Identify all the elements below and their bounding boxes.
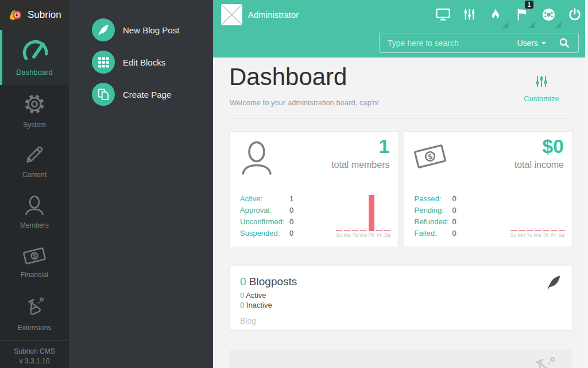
cms-name: Subrion CMS [0,347,69,356]
money-bill-icon: $ [21,246,48,266]
username: Administrator [248,10,299,20]
flask-icon [529,353,559,368]
page-header: Dashboard Welcome to your administration… [213,57,585,118]
stat-cards-row: 1 total members Active:1 Approval:0 Unco… [229,131,572,247]
mini-chart-day-label: Fr [377,232,382,238]
stat-value: 0 [452,218,457,226]
stat-label[interactable]: Pending: [415,206,452,214]
notifications-button[interactable]: 1 [514,0,529,29]
monitor-icon [436,8,450,21]
user-menu[interactable]: Administrator [221,4,299,25]
lifebuoy-icon [541,7,556,22]
page-subtitle: Welcome to your administration board, ca… [230,98,379,107]
sliders-icon [463,8,475,21]
stat-value: 1 [289,195,293,203]
pencil-icon [24,144,45,166]
sidebar-item-label: Content [22,171,47,179]
sidebar-item-extensions[interactable]: Extensions [0,288,69,338]
help-button[interactable] [541,0,556,29]
customize-label: Customize [519,94,564,103]
stat-label[interactable]: Unconfirmed: [240,218,289,226]
blogposts-inactive-line[interactable]: 0 Inactive [240,301,562,309]
stat-label[interactable]: Approval: [240,206,289,214]
mini-chart-dash [559,230,565,231]
cache-button[interactable] [488,0,503,29]
power-icon [568,7,582,21]
sidebar-item-dashboard[interactable]: Dashboard [0,30,69,85]
gear-icon [23,93,46,116]
sliders-icon [535,75,548,88]
topbar-icon-row: 1 [435,0,582,29]
blogposts-active-line[interactable]: 0 Active [240,291,562,300]
members-mini-chart: SuMoTuWeThFrSa [336,195,391,238]
stat-label[interactable]: Failed: [415,229,452,237]
mini-chart-day-label: Sa [384,232,390,238]
total-members-value: 1 [379,135,390,158]
mini-chart-column: Fr [376,195,383,238]
stat-label[interactable]: Refunded: [415,218,452,226]
quick-action-new-blog-post[interactable]: New Blog Post [69,14,213,46]
mini-chart-day-label: Sa [558,232,564,238]
avatar [221,4,242,25]
quick-action-edit-blocks[interactable]: Edit Blocks [69,46,213,78]
subrion-admin-app: Subrion Dashboard S [0,0,588,368]
sidebar-item-members[interactable]: Members [0,186,69,237]
quick-action-create-page[interactable]: Create Page [69,78,213,110]
mini-chart-column: Sa [384,195,391,238]
gauge-icon [21,39,48,63]
pages-icon [92,83,115,106]
stat-label[interactable]: Passed: [415,195,452,203]
stat-label[interactable]: Active: [240,195,289,203]
mini-chart-day-label: Su [336,232,342,238]
mini-chart-day-label: Fr [551,232,556,238]
stat-value: 0 [289,206,293,214]
quick-action-label: New Blog Post [123,25,179,35]
search-scope-dropdown[interactable]: Users [517,39,546,48]
quick-action-label: Create Page [123,90,171,99]
stat-value: 0 [289,229,293,237]
view-site-button[interactable] [435,0,450,29]
blogposts-title[interactable]: 0 Blogposts [240,275,562,288]
mini-chart-column: Tu [526,195,533,238]
sidebar-item-label: Dashboard [16,68,53,76]
sidebar-item-label: System [23,121,46,129]
mini-chart-bar [369,195,374,231]
sidebar-item-content[interactable]: Content [0,136,69,186]
mini-chart-day-label: Tu [352,232,358,238]
settings-button[interactable] [462,0,477,29]
mini-chart-column: We [534,195,541,238]
money-bill-icon: $ [411,142,449,173]
customize-button[interactable]: Customize [519,75,564,103]
flask-icon [22,294,47,319]
mini-chart-dash [551,230,557,231]
search-input[interactable] [380,39,517,48]
scrollbar-track[interactable] [585,0,588,368]
mini-chart-column: Fr [550,195,557,238]
stat-value: 0 [289,218,293,226]
search-icon[interactable] [559,37,570,48]
mini-chart-dash [510,230,517,231]
total-income-card: $ $0 total income Passed:0 Pending:0 Ref… [404,131,573,247]
stat-label[interactable]: Suspended: [240,229,289,237]
cms-version: Subrion CMS v 3.3.1.10 [0,340,69,368]
total-members-card: 1 total members Active:1 Approval:0 Unco… [229,131,399,247]
flame-icon [489,7,502,21]
income-mini-chart: SuMoTuWeThFrSa [510,195,565,238]
search-bar: Users [379,33,579,53]
mini-chart-column: Sa [558,195,565,238]
sidebar-item-system[interactable]: System [0,85,69,136]
brand-logo[interactable]: Subrion [0,0,69,30]
sidebar-item-label: Members [20,221,49,229]
mini-chart-column: Mo [344,195,351,238]
active-count: 0 [240,291,244,300]
total-income-value: $0 [542,135,564,158]
members-stats-list: Active:1 Approval:0 Unconfirmed:0 Suspen… [240,195,293,237]
subrion-logo-icon [8,7,23,22]
sidebar-item-label: Financial [21,271,48,279]
inactive-label: Inactive [246,301,272,309]
blogposts-card: 0 Blogposts 0 Active 0 Inactive Blog [229,266,572,331]
logout-button[interactable] [567,0,582,29]
sidebar-item-financial[interactable]: $ Financial [0,237,69,288]
mini-chart-dash [543,230,549,231]
blogposts-count: 0 [240,275,246,288]
